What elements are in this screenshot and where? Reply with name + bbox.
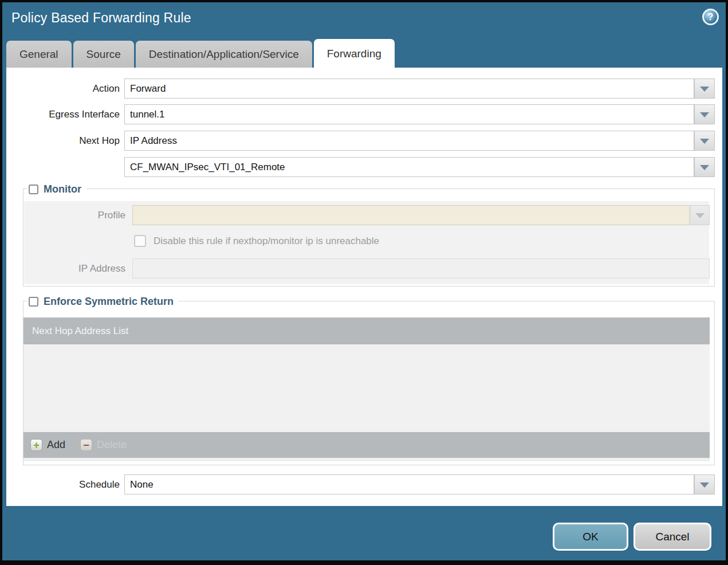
delete-button-label: Delete [97, 439, 127, 451]
add-button[interactable]: + Add [30, 439, 65, 451]
chevron-down-icon [700, 87, 709, 92]
next-hop-dropdown-button[interactable] [694, 131, 715, 151]
tab-destination-application-service[interactable]: Destination/Application/Service [136, 41, 312, 68]
next-hop-address-dropdown-button[interactable] [694, 157, 715, 177]
chevron-down-icon [700, 139, 709, 144]
help-icon[interactable]: ? [702, 9, 719, 25]
next-hop-address-list-toolbar: + Add − Delete [23, 432, 710, 458]
next-hop-label: Next Hop [6, 131, 120, 151]
disable-rule-label: Disable this rule if nexthop/monitor ip … [154, 234, 379, 248]
forwarding-tab-panel: Action Forward Egress Interface tunnel.1… [6, 68, 722, 506]
cancel-button[interactable]: Cancel [633, 523, 711, 551]
monitor-legend: Monitor [27, 182, 86, 197]
add-button-label: Add [47, 439, 65, 451]
policy-based-forwarding-dialog: Policy Based Forwarding Rule ? General S… [0, 0, 728, 565]
next-hop-address-list-body[interactable] [23, 344, 710, 432]
ok-button[interactable]: OK [553, 523, 628, 551]
chevron-down-icon [700, 112, 709, 117]
egress-interface-dropdown-button[interactable] [694, 104, 715, 124]
egress-interface-select[interactable]: tunnel.1 [124, 104, 694, 124]
disable-rule-checkbox [134, 235, 146, 247]
tab-general[interactable]: General [6, 41, 72, 68]
monitor-ip-address-label: IP Address [23, 258, 125, 278]
monitor-label: Monitor [44, 183, 81, 195]
enforce-symmetric-return-checkbox[interactable] [29, 297, 38, 307]
dialog-window: Policy Based Forwarding Rule ? General S… [2, 2, 726, 560]
enforce-symmetric-return-group: Enforce Symmetric Return Next Hop Addres… [23, 301, 715, 465]
plus-icon: + [30, 439, 42, 451]
minus-icon: − [80, 439, 92, 451]
action-select[interactable]: Forward [124, 79, 694, 99]
enforce-symmetric-return-label: Enforce Symmetric Return [44, 296, 174, 308]
monitor-checkbox[interactable] [29, 185, 38, 194]
tab-forwarding[interactable]: Forwarding [314, 39, 395, 68]
table-scroll-strip [23, 458, 710, 461]
page-title: Policy Based Forwarding Rule [11, 10, 191, 26]
monitor-group: Monitor Profile Disable this rule if nex… [23, 189, 715, 287]
chevron-down-icon [700, 482, 709, 488]
profile-select [132, 205, 690, 225]
next-hop-address-select[interactable]: CF_MWAN_IPsec_VTI_01_Remote [124, 157, 694, 177]
action-dropdown-button[interactable] [694, 79, 715, 99]
profile-label: Profile [23, 205, 125, 225]
monitor-ip-address-field [132, 258, 710, 278]
schedule-select[interactable]: None [124, 474, 694, 495]
enforce-symmetric-return-legend: Enforce Symmetric Return [27, 294, 179, 309]
delete-button: − Delete [80, 439, 127, 451]
tab-source[interactable]: Source [73, 41, 134, 68]
chevron-down-icon [700, 165, 709, 170]
egress-interface-label: Egress Interface [6, 104, 120, 124]
tab-bar: General Source Destination/Application/S… [6, 39, 395, 68]
schedule-label: Schedule [6, 474, 120, 495]
action-label: Action [6, 79, 120, 99]
schedule-dropdown-button[interactable] [694, 474, 715, 495]
profile-dropdown-button [690, 205, 710, 225]
next-hop-type-select[interactable]: IP Address [124, 131, 694, 151]
next-hop-address-list-header: Next Hop Address List [23, 317, 710, 344]
chevron-down-icon [695, 213, 705, 218]
